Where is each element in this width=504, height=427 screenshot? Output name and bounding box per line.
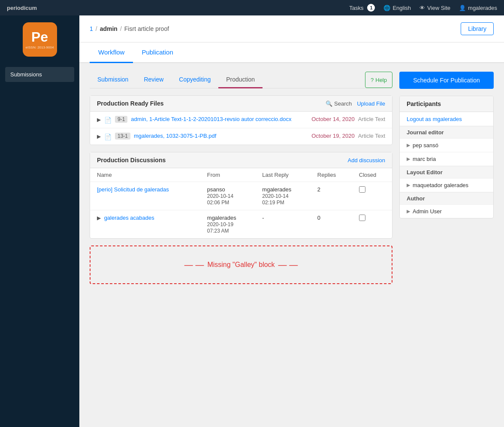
expand-participant-1[interactable]: ▶ (407, 142, 410, 148)
expand-file-1[interactable]: ▶ (97, 117, 101, 123)
main-content: 1 / admin / Fisrt article proof Library … (79, 15, 504, 427)
schedule-publication-button[interactable]: Schedule For Publication (399, 72, 494, 89)
file-link-1[interactable]: admin, 1-Article Text-1-1-2-20201013-rev… (131, 116, 308, 122)
col-name: Name (90, 168, 200, 182)
missing-galley-label: Missing "Galley" block (207, 261, 275, 269)
file-row-2: ▶ 📄 13-1 mgalerades, 1032-3075-1-PB.pdf … (90, 128, 392, 145)
disc-name-2: ▶ galerades acabades (90, 210, 200, 239)
disc-closed-checkbox-2[interactable] (359, 215, 365, 221)
file-row-1: ▶ 📄 9-1 admin, 1-Article Text-1-1-2-2020… (90, 112, 392, 128)
globe-icon: 🌐 (383, 5, 390, 11)
expand-participant-2[interactable]: ▶ (407, 156, 410, 162)
tab-workflow[interactable]: Workflow (90, 42, 133, 63)
col-closed: Closed (352, 168, 392, 182)
logout-as-button[interactable]: Logout as mgalerades (407, 116, 462, 122)
dash-left: — — (184, 260, 204, 270)
tab-copyediting[interactable]: Copyediting (171, 72, 218, 88)
tab-review[interactable]: Review (136, 72, 171, 88)
col-from: From (200, 168, 256, 182)
discussion-row-2: ▶ galerades acabades mgalerades 2020-10-… (90, 210, 392, 239)
expand-file-2[interactable]: ▶ (97, 133, 101, 139)
participant-name-2: marc bria (413, 156, 436, 162)
disc-link-1[interactable]: [perio] Solicitud de galeradas (97, 186, 169, 193)
dash-right: — — (278, 260, 298, 270)
production-files-title: Production Ready Files (97, 100, 164, 107)
disc-replies-2: 0 (311, 210, 352, 239)
production-files-card: Production Ready Files 🔍 Search Upload F… (90, 95, 392, 145)
production-files-header: Production Ready Files 🔍 Search Upload F… (90, 96, 392, 112)
participant-marc-bria: ▶ marc bria (400, 152, 493, 166)
search-files-button[interactable]: 🔍 Search (326, 100, 352, 107)
right-sidebar: Schedule For Publication Participants Lo… (399, 72, 494, 284)
expand-participant-3[interactable]: ▶ (407, 182, 410, 188)
language-label: English (392, 5, 411, 11)
logo-issn: eISSN: 2013-9004 (26, 45, 54, 49)
sidebar-item-label: Submissions (10, 71, 42, 78)
participants-title: Participants (400, 96, 493, 112)
breadcrumb-title: Fisrt article proof (124, 25, 169, 32)
disc-from-name-2: mgalerades (207, 215, 236, 221)
help-button[interactable]: ? Help (365, 72, 392, 88)
disc-closed-2 (352, 210, 392, 239)
disc-from-2: mgalerades 2020-10-19 07:23 AM (200, 210, 256, 239)
file-num-1: 9-1 (115, 116, 127, 123)
participant-admin-user: ▶ Admin User (400, 205, 493, 218)
participants-logout: Logout as mgalerades (400, 112, 493, 126)
missing-galley-block: — — Missing "Galley" block — — (90, 245, 392, 284)
section-layout-editor: Layout Editor (400, 166, 493, 179)
breadcrumb-admin: admin (100, 25, 118, 32)
content-area: Submission Review Copyediting Production… (79, 63, 504, 293)
production-discussions-header: Production Discussions Add discussion (90, 152, 392, 168)
expand-participant-4[interactable]: ▶ (407, 209, 410, 214)
disc-lastreply-1: mgalerades 2020-10-14 02:19 PM (255, 182, 311, 210)
expand-disc-2[interactable]: ▶ (97, 215, 101, 221)
production-discussions-card: Production Discussions Add discussion Na… (90, 152, 392, 239)
file-date-1: October 14, 2020 (311, 116, 354, 122)
sidebar-item-submissions[interactable]: Submissions (5, 67, 74, 82)
file-date-2: October 19, 2020 (311, 133, 354, 139)
breadcrumb-num[interactable]: 1 (90, 25, 93, 32)
add-discussion-button[interactable]: Add discussion (348, 157, 385, 164)
tab-production[interactable]: Production (218, 72, 263, 88)
production-files-actions: 🔍 Search Upload File (326, 100, 385, 107)
section-author: Author (400, 192, 493, 205)
disc-link-2[interactable]: galerades acabades (104, 215, 154, 221)
tab-publication[interactable]: Publication (133, 42, 181, 63)
disc-closed-checkbox-1[interactable] (359, 186, 365, 193)
eye-icon: 👁 (419, 5, 425, 11)
brand-name: periodicum (7, 5, 37, 11)
disc-from-date-1: 2020-10-14 02:06 PM (207, 193, 233, 206)
disc-name-1: [perio] Solicitud de galeradas (90, 182, 200, 210)
disc-closed-1 (352, 182, 392, 210)
main-column: Submission Review Copyediting Production… (90, 72, 392, 284)
help-icon: ? (371, 77, 374, 83)
file-type-2: Article Text (358, 133, 385, 139)
inner-tabs: Submission Review Copyediting Production… (90, 72, 392, 88)
user-nav-item[interactable]: 👤 mgalerades (459, 5, 497, 11)
tab-submission[interactable]: Submission (90, 72, 136, 88)
search-icon: 🔍 (326, 100, 332, 107)
sidebar-logo: Pe eISSN: 2013-9004 (0, 22, 79, 57)
user-icon: 👤 (459, 5, 466, 11)
participant-maquetador: ▶ maquetador galerades (400, 179, 493, 192)
layout: Pe eISSN: 2013-9004 Submissions 1 / admi… (0, 15, 504, 427)
disc-lastreply-date-1: 2020-10-14 02:19 PM (262, 193, 288, 206)
discussion-row-1: [perio] Solicitud de galeradas psanso 20… (90, 182, 392, 210)
upload-file-button[interactable]: Upload File (357, 100, 385, 107)
tasks-label: Tasks (349, 5, 363, 11)
file-link-2[interactable]: mgalerades, 1032-3075-1-PB.pdf (134, 133, 308, 139)
breadcrumb-sep1: / (96, 25, 97, 32)
view-site-label: View Site (427, 5, 450, 11)
participants-card: Participants Logout as mgalerades Journa… (399, 96, 494, 218)
disc-lastreply-name-1: mgalerades (262, 186, 291, 193)
tasks-nav-item[interactable]: Tasks 1 (349, 4, 375, 12)
page-header: 1 / admin / Fisrt article proof Library (79, 15, 504, 42)
disc-from-1: psanso 2020-10-14 02:06 PM (200, 182, 256, 210)
file-num-2: 13-1 (115, 133, 130, 139)
breadcrumb-sep2: / (120, 25, 122, 32)
participant-name-4: Admin User (413, 208, 442, 215)
view-site-nav-item[interactable]: 👁 View Site (419, 5, 450, 11)
library-button[interactable]: Library (461, 22, 494, 35)
top-nav: periodicum Tasks 1 🌐 English 👁 View Site… (0, 0, 504, 15)
language-nav-item[interactable]: 🌐 English (383, 5, 411, 11)
